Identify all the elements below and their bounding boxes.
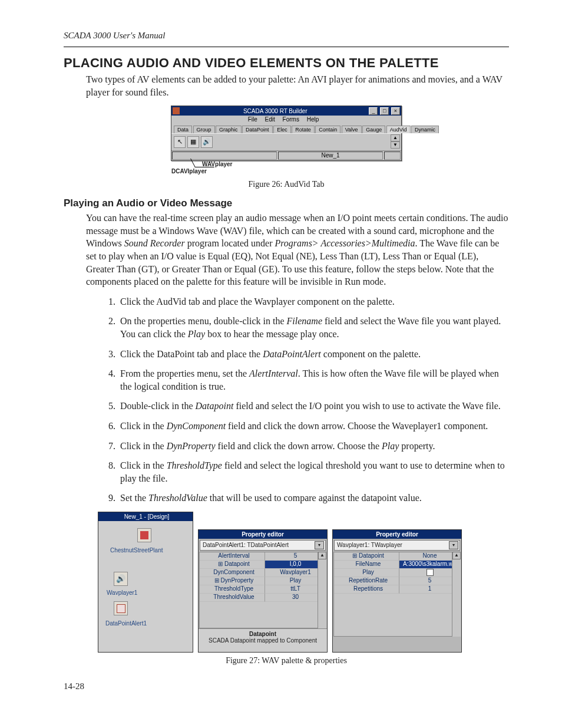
component-selector-value: DataPointAlert1: TDataPointAlert [203,542,289,548]
subsection-title: Playing an Audio or Video Message [64,197,509,209]
text: Click in the [120,441,167,451]
tab-gauge[interactable]: Gauge [362,126,385,133]
step-5: Double-click in the Datapoint field and … [118,400,509,413]
text: Set the [120,493,148,503]
prop-row[interactable]: Repetitions 1 [334,585,460,594]
header-rule [64,47,509,47]
component-selector[interactable]: DataPointAlert1: TDataPointAlert ▾ [200,540,326,551]
property-editor-datapointalert: Property editor DataPointAlert1: TDataPo… [198,529,328,653]
description-text: SCADA Datapoint mapped to Component [201,637,325,644]
prop-key: Datapoint [334,552,399,561]
tab-contain[interactable]: Contain [315,126,340,133]
text: field and click the down arrow. Choose t… [216,441,382,451]
text: Click in the [120,421,167,431]
prop-row[interactable]: Play [334,569,460,577]
callout-dcaviplayer: DCAVIplayer [171,168,207,174]
prop-key: FileName [334,561,399,569]
menu-edit[interactable]: Edit [265,116,275,123]
tab-valve[interactable]: Valve [342,126,362,133]
subsection-paragraph: You can have the real-time screen play a… [86,212,509,288]
text-italic: Play [382,441,399,451]
intro-paragraph: Two types of AV elements can be added to… [86,73,509,98]
tab-audvid[interactable]: AudVid [386,126,411,133]
prop-row[interactable]: AlertInterval 5 [200,552,326,561]
tab-graphic[interactable]: Graphic [216,126,242,133]
grid-blank [334,594,460,636]
text-italic: DynComponent [167,421,226,431]
tab-data[interactable]: Data [174,126,192,133]
component-selector[interactable]: Wavplayer1: TWavplayer ▾ [334,540,460,551]
text: field and click the down arrow. Choose t… [226,421,488,431]
scroll-down-button[interactable]: ▼ [391,141,400,149]
checkbox-icon[interactable] [427,569,434,576]
tab-rotate[interactable]: Rotate [292,126,315,133]
tabstrip: Data Group Graphic DataPoint Elec Rotate… [171,123,401,133]
design-window: New_1 - [Design] ChestnutStreetPlant Wav… [98,512,193,653]
menu-file[interactable]: File [248,116,257,123]
prop-value[interactable]: I,0,0 [265,561,326,569]
prop-row[interactable]: DynComponent Wavplayer1 [200,569,326,577]
tab-group[interactable]: Group [193,126,215,133]
tab-datapoint[interactable]: DataPoint [242,126,273,133]
prop-value[interactable]: Play [265,577,326,585]
prop-row[interactable]: DynProperty Play [200,577,326,585]
menu-forms[interactable]: Forms [283,116,299,123]
close-button[interactable]: × [391,107,400,115]
tab-dynamic[interactable]: Dynamic [411,126,439,133]
plant-component-icon[interactable] [137,528,151,542]
prop-row[interactable]: ThresholdType ttLT [200,585,326,594]
design-canvas[interactable]: ChestnutStreetPlant Wavplayer1 DataPoint… [98,521,193,633]
prop-key: RepetitionRate [334,577,399,585]
prop-row[interactable]: Datapoint None [334,552,460,561]
text-italic: Datapoint [196,401,234,411]
step-6: Click in the DynComponent field and clic… [118,420,509,433]
prop-value[interactable] [399,569,460,577]
wav-tool-icon[interactable]: 🔊 [201,136,213,148]
prop-value[interactable]: 5 [399,577,460,585]
pointer-tool-icon[interactable]: ↖ [174,136,186,148]
scroll-up-icon[interactable]: ▲ [318,552,326,559]
scroll-up-icon[interactable]: ▲ [452,552,461,559]
text: Double-click in the [120,401,196,411]
prop-row[interactable]: RepetitionRate 5 [334,577,460,585]
prop-row-selected[interactable]: FileName A:3000\s3kalarm.wav [334,561,460,569]
prop-value[interactable]: None [399,552,460,561]
prop-value[interactable]: A:3000\s3kalarm.wav [399,561,460,569]
toolbar: ↖ ▦ 🔊 ▲ ▼ [171,133,401,150]
avi-tool-icon[interactable]: ▦ [187,136,199,148]
prop-value-text: I,0,0 [289,561,302,567]
text: box to hear the message play once. [205,329,339,339]
prop-value[interactable]: 1 [399,585,460,594]
wavplayer-label: Wavplayer1 [107,589,137,596]
menu-help[interactable]: Help [307,116,319,123]
text-italic: ThresholdType [167,460,222,470]
scrollbar[interactable]: ▲ [318,552,326,628]
property-description: Datapoint SCADA Datapoint mapped to Comp… [199,628,327,652]
prop-value[interactable]: 30 [265,594,326,602]
section-title: PLACING AUDIO AND VIDEO ELEMENTS ON THE … [64,55,509,71]
tab-elec[interactable]: Elec [273,126,291,133]
prop-row[interactable]: ThresholdValue 30 [200,594,326,602]
figure-27-caption: Figure 27: WAV palette & properties [64,656,509,666]
text: that will be used to compare against the… [207,493,422,503]
maximize-button[interactable]: □ [380,107,389,115]
minimize-button[interactable]: _ [369,107,378,115]
intro-block: Two types of AV elements can be added to… [86,73,509,98]
running-head: SCADA 3000 User's Manual [64,31,509,41]
scroll-up-button[interactable]: ▲ [391,134,400,141]
prop-value[interactable]: ttLT [265,585,326,594]
datapointalert-component-icon[interactable] [114,601,128,615]
datapointalert-label: DataPointAlert1 [105,620,147,627]
chevron-down-icon[interactable]: ▾ [315,541,324,549]
scrollbar[interactable]: ▲ [452,552,461,637]
page: SCADA 3000 User's Manual PLACING AUDIO A… [0,0,562,709]
chevron-down-icon[interactable]: ▾ [449,541,458,549]
text-italic: DynProperty [167,441,216,451]
wavplayer-component-icon[interactable] [114,572,128,586]
prop-value[interactable]: 5 [265,552,326,561]
text-italic: ThresholdValue [148,493,207,503]
window-title: SCADA 3000 RT Builder [182,108,368,114]
prop-value[interactable]: Wavplayer1 [265,569,326,577]
prop-row-selected[interactable]: Datapoint I,0,0 [200,561,326,569]
prop-key: Repetitions [334,585,399,594]
